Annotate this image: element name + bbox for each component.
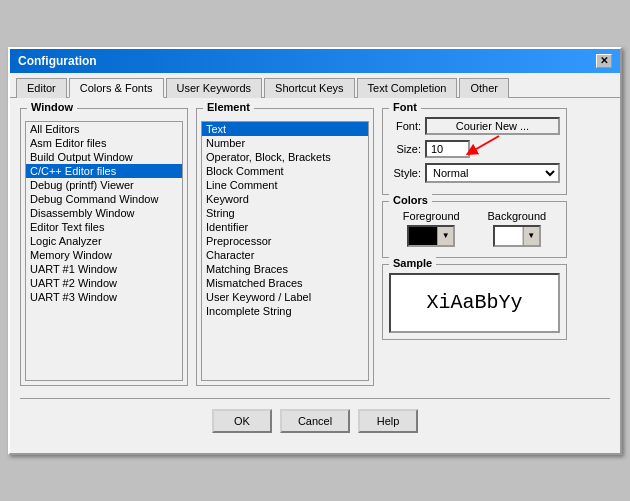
right-panel: Font Font: Courier New ... Size: [382,108,567,392]
size-row: Size: [389,140,560,158]
list-item[interactable]: Identifier [202,220,368,234]
list-item[interactable]: Incomplete String [202,304,368,318]
sample-group-label: Sample [389,257,436,269]
colors-group-label: Colors [389,194,432,206]
close-button[interactable]: ✕ [596,54,612,68]
foreground-label: Foreground [403,210,460,222]
cancel-button[interactable]: Cancel [280,409,350,433]
title-bar: Configuration ✕ [10,49,620,73]
list-item[interactable]: UART #3 Window [26,290,182,304]
list-item[interactable]: User Keyword / Label [202,290,368,304]
font-group: Font Font: Courier New ... Size: [382,108,567,195]
tab-user-keywords[interactable]: User Keywords [166,78,263,98]
list-item[interactable]: UART #1 Window [26,262,182,276]
background-color-button[interactable]: ▼ [493,225,541,247]
list-item[interactable]: Asm Editor files [26,136,182,150]
foreground-dropdown-arrow[interactable]: ▼ [437,227,453,245]
list-item[interactable]: Mismatched Braces [202,276,368,290]
size-label: Size: [389,143,421,155]
element-group-label: Element [203,101,254,113]
list-item[interactable]: Character [202,248,368,262]
list-item-selected[interactable]: C/C++ Editor files [26,164,182,178]
window-group-label: Window [27,101,77,113]
foreground-swatch [409,227,437,245]
sample-group: Sample XiAaBbYy [382,264,567,340]
background-swatch [495,227,523,245]
window-panel-group: Window All Editors Asm Editor files Buil… [20,108,188,392]
list-item[interactable]: Operator, Block, Brackets [202,150,368,164]
background-col: Background ▼ [487,210,546,247]
list-item[interactable]: Build Output Window [26,150,182,164]
panels-container: Window All Editors Asm Editor files Buil… [20,108,610,392]
window-list-inner[interactable]: All Editors Asm Editor files Build Outpu… [26,122,182,380]
background-dropdown-arrow[interactable]: ▼ [523,227,539,245]
style-select[interactable]: Normal Bold Italic Bold Italic [425,163,560,183]
tab-editor[interactable]: Editor [16,78,67,98]
list-item[interactable]: Block Comment [202,164,368,178]
style-row: Style: Normal Bold Italic Bold Italic [389,163,560,183]
tab-bar: Editor Colors & Fonts User Keywords Shor… [10,73,620,98]
element-list-inner[interactable]: Text Number Operator, Block, Brackets Bl… [202,122,368,380]
window-title: Configuration [18,54,97,68]
configuration-window: Configuration ✕ Editor Colors & Fonts Us… [8,47,622,455]
list-item[interactable]: Matching Braces [202,262,368,276]
list-item[interactable]: UART #2 Window [26,276,182,290]
list-item[interactable]: Editor Text files [26,220,182,234]
colors-group: Colors Foreground ▼ Background [382,201,567,258]
bottom-bar: OK Cancel Help [20,398,610,443]
help-button[interactable]: Help [358,409,418,433]
list-item[interactable]: Debug (printf) Viewer [26,178,182,192]
foreground-col: Foreground ▼ [403,210,460,247]
annotation-arrow [457,132,507,160]
tab-colors-fonts[interactable]: Colors & Fonts [69,78,164,98]
list-item[interactable]: String [202,206,368,220]
font-group-label: Font [389,101,421,113]
font-label: Font: [389,120,421,132]
tab-shortcut-keys[interactable]: Shortcut Keys [264,78,354,98]
ok-button[interactable]: OK [212,409,272,433]
list-item[interactable]: Line Comment [202,178,368,192]
sample-text: XiAaBbYy [389,273,560,333]
svg-line-1 [471,136,499,152]
window-group: Window All Editors Asm Editor files Buil… [20,108,188,386]
list-item[interactable]: All Editors [26,122,182,136]
element-group: Element Text Number Operator, Block, Bra… [196,108,374,386]
colors-row: Foreground ▼ Background ▼ [389,210,560,247]
element-listbox[interactable]: Text Number Operator, Block, Brackets Bl… [201,121,369,381]
list-item[interactable]: Keyword [202,192,368,206]
list-item-selected[interactable]: Text [202,122,368,136]
foreground-color-button[interactable]: ▼ [407,225,455,247]
tab-text-completion[interactable]: Text Completion [357,78,458,98]
list-item[interactable]: Disassembly Window [26,206,182,220]
list-item[interactable]: Memory Window [26,248,182,262]
list-item[interactable]: Number [202,136,368,150]
element-panel-group: Element Text Number Operator, Block, Bra… [196,108,374,392]
main-content: Window All Editors Asm Editor files Buil… [10,98,620,453]
list-item[interactable]: Logic Analyzer [26,234,182,248]
list-item[interactable]: Debug Command Window [26,192,182,206]
list-item[interactable]: Preprocessor [202,234,368,248]
style-label: Style: [389,167,421,179]
tab-other[interactable]: Other [459,78,509,98]
background-label: Background [487,210,546,222]
window-listbox[interactable]: All Editors Asm Editor files Build Outpu… [25,121,183,381]
